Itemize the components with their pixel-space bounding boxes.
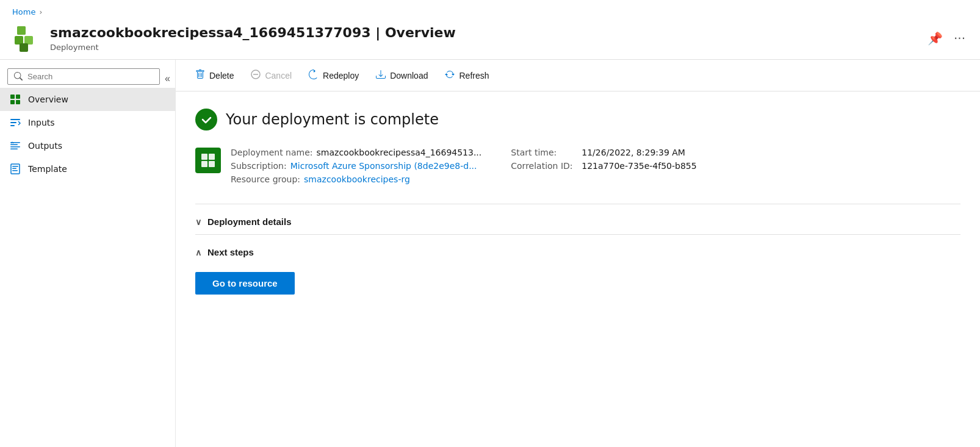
redeploy-label: Redeploy [323,71,359,80]
svg-rect-15 [10,149,18,150]
more-options-icon[interactable]: ··· [951,29,968,48]
info-left: Deployment name: smazcookbookrecipessa4_… [195,148,481,184]
sidebar-item-overview-label: Overview [28,95,68,104]
svg-rect-18 [12,168,16,170]
outputs-icon [10,140,21,151]
breadcrumb: Home › [0,0,980,20]
refresh-label: Refresh [459,71,489,80]
sidebar-item-inputs[interactable]: Inputs [0,111,175,134]
header-actions: 📌 ··· [925,29,968,48]
svg-rect-7 [10,100,15,104]
template-icon [10,163,21,174]
info-rows-right: Start time: 11/26/2022, 8:29:39 AM Corre… [511,148,696,184]
svg-rect-19 [12,170,18,171]
subscription-label: Subscription: [231,161,287,171]
sidebar-item-outputs[interactable]: Outputs [0,134,175,157]
svg-rect-2 [24,36,33,45]
info-rows-left: Deployment name: smazcookbookrecipessa4_… [231,148,481,184]
sidebar: « Overview [0,60,176,447]
svg-rect-5 [10,95,15,99]
download-icon [376,70,386,81]
overview-icon [10,94,21,105]
resource-group-label: Resource group: [231,174,300,184]
sidebar-item-inputs-label: Inputs [28,118,55,127]
refresh-button[interactable]: Refresh [438,66,496,85]
start-time-label: Start time: [511,148,578,157]
search-input[interactable] [27,72,153,81]
cancel-icon [251,70,261,81]
svg-rect-13 [10,145,18,146]
deployment-details-label: Deployment details [207,216,292,227]
svg-rect-8 [16,100,20,104]
refresh-icon [445,70,455,81]
redeploy-button[interactable]: Redeploy [301,66,366,85]
status-title: Your deployment is complete [226,111,439,128]
details-divider [195,204,960,204]
svg-rect-1 [15,36,23,45]
subscription-row: Subscription: Microsoft Azure Sponsorshi… [231,161,481,171]
search-box[interactable] [7,68,160,85]
svg-rect-3 [20,43,28,52]
content-area: Delete Cancel [176,60,980,447]
search-icon [14,72,23,80]
cancel-label: Cancel [265,71,292,80]
sidebar-item-template[interactable]: Template [0,157,175,181]
deployment-name-value: smazcookbookrecipessa4_16694513... [317,148,482,157]
start-time-row: Start time: 11/26/2022, 8:29:39 AM [511,148,696,157]
resource-group-row: Resource group: smazcookbookrecipes-rg [231,174,481,184]
main-layout: « Overview [0,60,980,447]
download-button[interactable]: Download [369,66,435,85]
svg-rect-14 [10,146,20,148]
svg-rect-6 [16,95,20,99]
status-check-icon [195,109,217,131]
delete-label: Delete [209,71,234,80]
deployment-type-icon [195,148,221,173]
sidebar-item-template-label: Template [28,164,67,174]
go-to-resource-button[interactable]: Go to resource [195,272,295,295]
sidebar-item-overview[interactable]: Overview [0,88,175,111]
resource-group-link[interactable]: smazcookbookrecipes-rg [304,174,410,184]
next-steps-divider [195,234,960,235]
status-header: Your deployment is complete [195,109,960,131]
svg-rect-11 [10,125,15,126]
svg-rect-10 [10,122,16,123]
subscription-link[interactable]: Microsoft Azure Sponsorship (8de2e9e8-d.… [290,161,477,171]
deployment-details-arrow: ∨ [195,217,201,227]
svg-rect-17 [12,166,18,167]
breadcrumb-separator: › [39,8,42,16]
pin-icon[interactable]: 📌 [925,29,945,48]
svg-rect-24 [201,161,207,167]
svg-rect-4 [17,26,26,35]
svg-rect-9 [10,119,20,120]
resource-type: Deployment [50,43,917,52]
page-header: smazcookbookrecipessa4_1669451377093 | O… [0,20,980,59]
main-content: Your deployment is complete [176,91,980,312]
svg-rect-23 [209,154,215,160]
next-steps-toggle[interactable]: ∧ Next steps [195,242,254,262]
header-text-block: smazcookbookrecipessa4_1669451377093 | O… [50,25,917,51]
svg-rect-22 [201,154,207,160]
page-title: smazcookbookrecipessa4_1669451377093 | O… [50,25,917,41]
correlation-id-label: Correlation ID: [511,161,578,171]
deployment-info: Deployment name: smazcookbookrecipessa4_… [195,148,960,184]
collapse-button[interactable]: « [160,70,175,88]
resource-icon [12,24,41,53]
search-row: « [0,65,175,88]
next-steps-label: Next steps [207,247,254,257]
cancel-button[interactable]: Cancel [243,66,299,85]
deployment-name-row: Deployment name: smazcookbookrecipessa4_… [231,148,481,157]
breadcrumb-home[interactable]: Home [12,7,35,16]
inputs-icon [10,117,21,128]
delete-icon [195,70,205,81]
next-steps-arrow: ∧ [195,248,201,257]
delete-button[interactable]: Delete [188,66,241,85]
toolbar: Delete Cancel [176,60,980,91]
redeploy-icon [309,70,319,81]
sidebar-item-outputs-label: Outputs [28,141,62,151]
deployment-name-label: Deployment name: [231,148,313,157]
svg-rect-25 [209,161,215,167]
start-time-value: 11/26/2022, 8:29:39 AM [582,148,685,157]
correlation-id-value: 121a770e-735e-4f50-b855 [582,161,696,171]
download-label: Download [390,71,428,80]
deployment-details-toggle[interactable]: ∨ Deployment details [195,212,292,232]
